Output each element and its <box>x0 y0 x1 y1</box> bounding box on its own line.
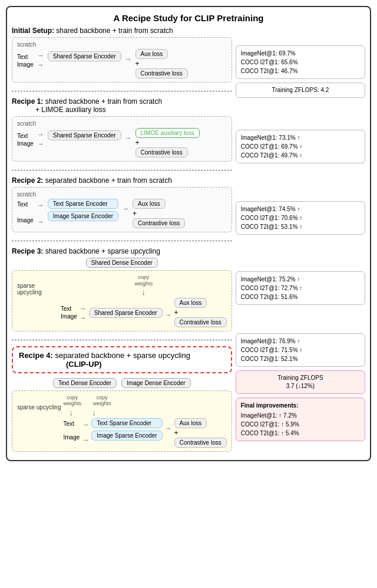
arrow-9: → <box>122 205 129 213</box>
plus-4: + <box>174 309 178 316</box>
r1-line1: ImageNet@1: 73.1% ↑ <box>241 133 360 142</box>
separator-1 <box>12 91 232 91</box>
text-sparse-encoder-1: Text Sparse Encoder <box>48 199 118 209</box>
recipe3-results-group: ImageNet@1: 75.2% ↑ COCO I2T@1: 72.7% ↑ … <box>236 271 365 305</box>
copy-weights-2: copyweights <box>63 395 81 408</box>
contrastive-loss-4: Contrastive loss <box>174 317 227 327</box>
arrow-6: → <box>125 134 132 142</box>
image-sparse-encoder-1: Image Sparse Encoder <box>48 211 118 221</box>
recipe3-diagram: sparse upcycling copyweights ↓ Text Imag… <box>12 270 232 331</box>
r4-line2: COCO I2T@1: 71.5% ↑ <box>241 346 360 354</box>
recipe1-results-group: ImageNet@1: 73.1% ↑ COCO I2T@1: 69.7% ↑ … <box>236 130 365 163</box>
arrow-1: → <box>37 51 44 60</box>
initial-setup-diagram: scratch Text Image → → Shared Sparse E <box>12 37 232 83</box>
r2-line1: ImageNet@1: 74.5% ↑ <box>241 205 360 213</box>
image-label-3: Image <box>17 217 34 224</box>
arrow-4: → <box>37 130 44 139</box>
text-label-4: Text <box>61 306 77 312</box>
plus-5: + <box>174 429 178 436</box>
contrastive-loss-3: Contrastive loss <box>133 218 185 228</box>
recipe2-label: Recipe 2: separated backbone + train fro… <box>12 176 232 185</box>
arrow-13: → <box>82 421 89 429</box>
r4-zflops-2: 3.7 (↓12%) <box>241 382 360 390</box>
recipe1-label: Recipe 1: shared backbone + train from s… <box>12 97 232 114</box>
final-line1: ImageNet@1: ↑ 7.2% <box>241 411 360 420</box>
shared-sparse-encoder-3: Shared Sparse Encoder <box>89 308 163 318</box>
aux-loss-3: Aux loss <box>174 298 207 308</box>
text-label-3: Text <box>17 201 34 208</box>
scratch-label-1: scratch <box>17 41 227 48</box>
image-label-5: Image <box>63 434 80 441</box>
aux-col-2: LIMOE auxiliary loss + Contrastive loss <box>135 128 200 157</box>
down-arrow-3: ↓ <box>85 408 96 417</box>
initial-setup-label: Initial Setup: shared backbone + train f… <box>12 27 232 35</box>
aux-col-1: Aux loss + Contrastive loss <box>135 49 188 78</box>
initial-results-group: ImageNet@1: 69.7% COCO I2T@1: 65.6% COCO… <box>236 45 365 98</box>
contrastive-loss-5: Contrastive loss <box>174 438 227 448</box>
aux-col-4: Aux loss + Contrastive loss <box>174 298 227 327</box>
r2-line3: COCO T2I@1: 53.1% ↑ <box>241 222 360 231</box>
recipe3-section: Recipe 3: shared backbone + sparse upcyc… <box>12 247 232 331</box>
recipe4-results-group: ImageNet@1: 76.9% ↑ COCO I2T@1: 71.5% ↑ … <box>236 333 365 441</box>
initial-zflops: Training ZFLOPS: 4.2 <box>236 83 365 98</box>
initial-r2: COCO I2T@1: 65.6% <box>241 58 360 67</box>
recipe4-zflops: Training ZFLOPS 3.7 (↓12%) <box>236 370 365 394</box>
text-label-1: Text <box>17 54 34 60</box>
r1-line3: COCO T2I@1: 49.7% ↑ <box>241 151 360 160</box>
recipe2-section: Recipe 2: separated backbone + train fro… <box>12 176 232 232</box>
arrow-10: → <box>80 304 87 313</box>
arrow-7: → <box>37 201 44 209</box>
down-arrow-1: ↓ <box>141 287 145 297</box>
aux-loss-1: Aux loss <box>135 49 168 59</box>
initial-setup-section: Initial Setup: shared backbone + train f… <box>12 27 232 83</box>
r1-line2: COCO I2T@1: 69.7% ↑ <box>241 142 360 151</box>
final-improvements-box: Final improvements: ImageNet@1: ↑ 7.2% C… <box>236 398 365 441</box>
arrow-3: → <box>125 55 132 63</box>
r3-line3: COCO T2I@1: 51.6% <box>241 293 360 301</box>
scratch-label-3: scratch <box>17 191 227 198</box>
r3-line1: ImageNet@1: 75.2% ↑ <box>241 275 360 284</box>
recipe3-label: Recipe 3: shared backbone + sparse upcyc… <box>12 247 232 255</box>
arrow-11: → <box>80 314 87 322</box>
plus-2: + <box>135 139 140 146</box>
aux-loss-4: Aux loss <box>174 418 207 428</box>
main-title: A Recipe Study for CLIP Pretraining <box>12 13 365 23</box>
recipe1-diagram: scratch Text Image → → Shared Sparse Enc… <box>12 116 232 162</box>
initial-r1: ImageNet@1: 69.7% <box>241 49 360 58</box>
separator-4 <box>12 340 232 340</box>
r3-line2: COCO I2T@1: 72.7% ↑ <box>241 284 360 293</box>
recipe1-section: Recipe 1: shared backbone + train from s… <box>12 97 232 162</box>
recipe4-diagram: sparse upcycling copyweights copyweights… <box>12 390 232 452</box>
arrow-12: → <box>165 311 172 319</box>
image-label-1: Image <box>17 61 34 68</box>
final-title: Final improvements: <box>241 401 360 410</box>
copy-weights-1: copyweights <box>135 274 153 287</box>
image-dense-encoder: Image Dense Encoder <box>121 378 191 388</box>
arrow-15: → <box>165 424 172 432</box>
arrow-14: → <box>82 436 89 444</box>
separator-3 <box>12 241 232 241</box>
copy-weights-3: copyweights <box>93 395 111 408</box>
recipe2-diagram: scratch Text Image → → Text Sparse Encod… <box>12 187 232 232</box>
recipe4-results: ImageNet@1: 76.9% ↑ COCO I2T@1: 71.5% ↑ … <box>236 333 365 367</box>
limoe-loss: LIMOE auxiliary loss <box>135 128 200 138</box>
image-sparse-encoder-2: Image Sparse Encoder <box>91 431 162 441</box>
final-line2: COCO I2T@1: ↑ 5.9% <box>241 420 360 429</box>
aux-loss-2: Aux loss <box>133 199 166 209</box>
recipe3-results: ImageNet@1: 75.2% ↑ COCO I2T@1: 72.7% ↑ … <box>236 271 365 305</box>
shared-dense-encoder: Shared Dense Encoder <box>86 258 158 268</box>
final-line3: COCO T2I@1: ↑ 5.4% <box>241 429 360 438</box>
contrastive-loss-2: Contrastive loss <box>135 147 188 157</box>
shared-sparse-encoder-2: Shared Sparse Encoder <box>48 130 121 140</box>
plus-3: + <box>133 210 137 217</box>
main-container: A Recipe Study for CLIP Pretraining Init… <box>6 6 371 461</box>
sparse-upcycling-label-1: sparse upcycling <box>17 274 58 295</box>
down-arrow-2: ↓ <box>63 408 73 417</box>
recipe4-label: Recipe 4: separated backbone + sparse up… <box>12 346 232 373</box>
text-label-5: Text <box>63 421 80 427</box>
sparse-upcycling-label-2: sparse upcycling <box>17 395 61 410</box>
image-label-2: Image <box>17 140 34 147</box>
text-label-2: Text <box>17 133 34 139</box>
image-label-4: Image <box>61 313 77 320</box>
r4-line1: ImageNet@1: 76.9% ↑ <box>241 337 360 346</box>
